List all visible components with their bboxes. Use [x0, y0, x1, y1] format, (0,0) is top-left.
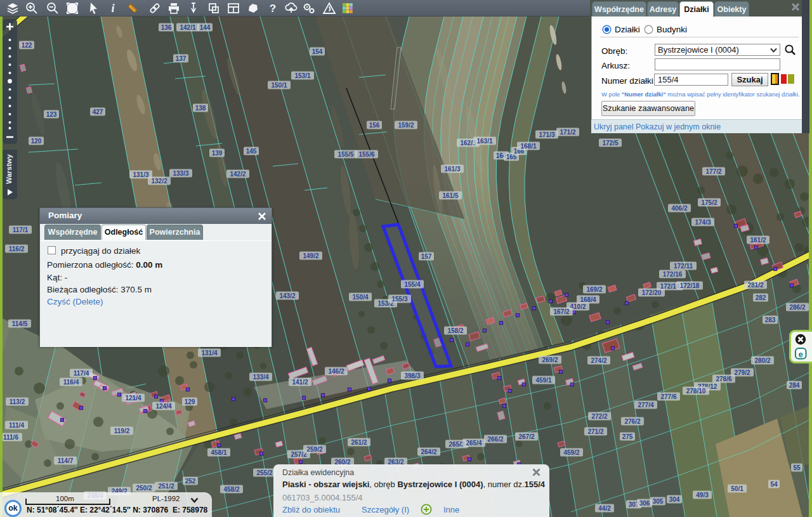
svg-text:172/18: 172/18 [680, 282, 700, 289]
svg-text:123: 123 [46, 111, 57, 118]
svg-text:305: 305 [653, 498, 664, 505]
svg-text:113/2: 113/2 [10, 398, 25, 405]
svg-text:280/2: 280/2 [754, 357, 770, 364]
svg-text:459/1: 459/1 [535, 377, 551, 384]
svg-text:168/4: 168/4 [580, 296, 596, 303]
svg-text:150/1: 150/1 [271, 82, 287, 89]
svg-text:427: 427 [93, 108, 103, 115]
svg-text:304: 304 [669, 496, 680, 503]
svg-text:133/4: 133/4 [252, 374, 268, 381]
svg-text:168/1: 168/1 [520, 143, 536, 150]
svg-text:153/1: 153/1 [294, 72, 310, 79]
svg-text:267/2: 267/2 [518, 433, 534, 440]
svg-text:155/5: 155/5 [337, 151, 353, 158]
svg-text:44/2: 44/2 [598, 505, 611, 512]
svg-text:274/2: 274/2 [591, 357, 606, 364]
svg-text:252: 252 [185, 478, 196, 485]
svg-text:145: 145 [246, 148, 257, 155]
svg-text:136: 136 [161, 24, 172, 31]
svg-text:251/2: 251/2 [158, 483, 174, 490]
svg-text:458/1: 458/1 [211, 449, 226, 456]
svg-text:171/2: 171/2 [560, 129, 575, 136]
svg-text:406/2: 406/2 [671, 205, 687, 212]
svg-text:306: 306 [639, 500, 650, 507]
svg-text:117/1: 117/1 [13, 226, 29, 233]
svg-text:275: 275 [622, 433, 633, 440]
svg-text:158/2: 158/2 [447, 327, 463, 334]
svg-text:138: 138 [195, 105, 206, 112]
svg-text:286/2: 286/2 [789, 304, 805, 311]
svg-text:137: 137 [176, 55, 187, 62]
svg-text:49/3: 49/3 [696, 492, 709, 499]
svg-text:141/2: 141/2 [292, 379, 308, 386]
svg-text:155/3: 155/3 [391, 296, 407, 303]
svg-text:458/2: 458/2 [223, 486, 239, 493]
svg-text:161/3: 161/3 [444, 166, 460, 173]
svg-text:459/2: 459/2 [563, 449, 579, 456]
svg-text:119/2: 119/2 [114, 428, 130, 435]
svg-text:156: 156 [369, 122, 380, 129]
svg-text:155/4: 155/4 [404, 281, 420, 288]
svg-text:277/4: 277/4 [638, 402, 653, 409]
svg-text:i: i [111, 2, 114, 15]
svg-text:50/1: 50/1 [731, 485, 743, 492]
svg-text:175/2: 175/2 [701, 199, 717, 206]
svg-text:279/2: 279/2 [734, 369, 750, 376]
svg-text:132/2: 132/2 [151, 178, 167, 185]
svg-text:129: 129 [185, 398, 195, 405]
svg-text:264/2: 264/2 [421, 448, 436, 455]
svg-text:266/2: 266/2 [487, 436, 503, 443]
svg-text:172/11: 172/11 [674, 263, 693, 270]
svg-text:121/4: 121/4 [125, 395, 141, 402]
svg-text:e: e [799, 350, 803, 359]
svg-text:282: 282 [756, 294, 766, 301]
svg-text:177/2: 177/2 [705, 168, 721, 175]
svg-text:142/2: 142/2 [230, 171, 246, 178]
svg-text:149/2: 149/2 [303, 252, 318, 259]
svg-text:122: 122 [22, 42, 32, 49]
svg-text:142/1: 142/1 [180, 24, 195, 31]
svg-text:265/4: 265/4 [466, 440, 481, 447]
svg-text:150/4: 150/4 [352, 294, 368, 301]
svg-text:271/2: 271/2 [587, 428, 603, 435]
svg-text:283: 283 [765, 317, 776, 324]
svg-text:154: 154 [312, 48, 323, 55]
svg-text:174/3: 174/3 [695, 219, 710, 226]
svg-text:278/6: 278/6 [716, 376, 731, 383]
svg-text:131/4: 131/4 [201, 350, 217, 357]
svg-text:167/2: 167/2 [553, 308, 569, 315]
svg-text:169/2: 169/2 [586, 286, 602, 293]
svg-text:250/2: 250/2 [136, 485, 152, 492]
svg-text:172/16: 172/16 [663, 271, 683, 278]
svg-text:?: ? [270, 3, 276, 15]
svg-text:278/10: 278/10 [686, 388, 706, 395]
svg-text:171/3: 171/3 [539, 131, 554, 138]
svg-text:157: 157 [421, 253, 432, 260]
svg-text:255/2: 255/2 [256, 469, 272, 476]
svg-text:120: 120 [31, 138, 42, 145]
svg-text:146/2: 146/2 [328, 368, 344, 375]
svg-text:143/2: 143/2 [279, 292, 295, 299]
svg-text:54: 54 [770, 481, 778, 488]
svg-text:139: 139 [212, 150, 223, 157]
svg-text:111/6: 111/6 [3, 434, 18, 441]
svg-text:159/2: 159/2 [398, 122, 414, 129]
svg-text:111/4: 111/4 [9, 422, 24, 429]
svg-text:276/2: 276/2 [624, 418, 640, 425]
svg-text:161/5: 161/5 [442, 192, 458, 199]
svg-text:114/7: 114/7 [58, 457, 74, 464]
svg-text:259/2: 259/2 [306, 446, 322, 453]
svg-text:284: 284 [789, 382, 800, 389]
svg-text:116/4: 116/4 [63, 379, 79, 386]
svg-text:144: 144 [200, 24, 211, 31]
svg-text:398/3: 398/3 [404, 372, 420, 379]
svg-text:261/2: 261/2 [351, 439, 367, 446]
svg-text:155/6: 155/6 [358, 151, 374, 158]
svg-text:161/2: 161/2 [750, 237, 766, 244]
svg-text:172/5: 172/5 [602, 140, 618, 147]
svg-text:163/1: 163/1 [476, 138, 492, 145]
svg-text:281/2: 281/2 [747, 282, 763, 289]
svg-text:116/2: 116/2 [9, 245, 25, 252]
svg-text:131/3: 131/3 [133, 171, 148, 178]
svg-text:133/3: 133/3 [173, 170, 188, 177]
